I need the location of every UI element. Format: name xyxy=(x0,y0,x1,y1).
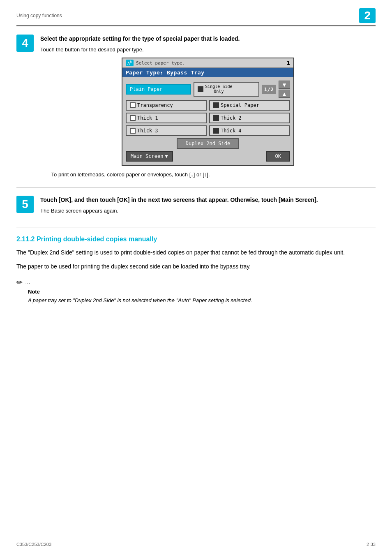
step-5-number: 5 xyxy=(16,196,34,213)
section-211-para2: The paper to be used for printing the du… xyxy=(16,262,376,271)
main-screen-label: Main Screen xyxy=(131,153,163,159)
footer-right: 2-33 xyxy=(367,542,376,547)
header-right: 2 xyxy=(359,8,376,23)
section-211-para1: The "Duplex 2nd Side" setting is used to… xyxy=(16,248,376,257)
step-5-content: Touch [OK], and then touch [OK] in the n… xyxy=(40,196,376,219)
thick1-label: Thick 1 xyxy=(137,115,158,121)
plain-paper-btn[interactable]: Plain Paper xyxy=(126,84,191,95)
thick3-label: Thick 3 xyxy=(137,128,158,134)
nav-up-btn[interactable]: ▲ xyxy=(279,90,290,98)
machine-title-num: 1 xyxy=(287,60,290,66)
page-header: Using copy functions 2 xyxy=(16,8,376,26)
special-paper-btn[interactable]: Special Paper xyxy=(209,100,290,111)
thick2-btn[interactable]: Thick 2 xyxy=(209,113,290,123)
machine-ui-panel: Ab Select paper type. 1 Paper Type: Bypa… xyxy=(122,58,294,166)
special-paper-checkbox xyxy=(213,102,219,108)
step-5-main-text: Touch [OK], and then touch [OK] in the n… xyxy=(40,196,376,204)
section-divider xyxy=(16,227,376,227)
thick4-checkbox xyxy=(213,128,219,134)
transparency-label: Transparency xyxy=(137,102,173,108)
single-side-label-line1: Single Side xyxy=(205,84,232,89)
note-label: Note xyxy=(28,289,376,295)
machine-nav-btns: ▼ ▲ xyxy=(279,81,290,98)
thick4-label: Thick 4 xyxy=(221,128,242,134)
special-paper-label: Special Paper xyxy=(221,102,259,108)
note-icon-row: ✏ … xyxy=(16,278,376,287)
machine-paper-type-bar: Paper Type: Bypass Tray xyxy=(122,68,293,77)
machine-row-1: Plain Paper Single Side Only 1/2 ▼ xyxy=(126,81,290,98)
header-section-title: Using copy functions xyxy=(16,13,62,18)
single-side-btn[interactable]: Single Side Only xyxy=(194,82,259,97)
note-block: ✏ … Note A paper tray set to "Duplex 2nd… xyxy=(16,278,376,305)
main-screen-btn[interactable]: Main Screen ▼ xyxy=(126,151,173,162)
machine-duplex-row: Duplex 2nd Side xyxy=(126,138,290,149)
machine-footer-row: Main Screen ▼ OK xyxy=(126,151,290,162)
step4-bullet-note: – To print on letterheads, colored paper… xyxy=(40,171,376,179)
note-pencil-icon: ✏ xyxy=(16,278,23,287)
step-divider xyxy=(16,187,376,187)
plain-paper-label: Plain Paper xyxy=(130,86,162,92)
note-text: A paper tray set to "Duplex 2nd Side" is… xyxy=(28,296,376,305)
page-footer: C353/C253/C203 2-33 xyxy=(16,542,376,547)
thick2-label: Thick 2 xyxy=(221,115,242,121)
step-4-block: 4 Select the appropriate setting for the… xyxy=(16,35,376,179)
step-5-block: 5 Touch [OK], and then touch [OK] in the… xyxy=(16,196,376,219)
machine-row-3: Thick 1 Thick 2 xyxy=(126,113,290,123)
footer-left: C353/C253/C203 xyxy=(16,542,51,547)
single-side-label-line2: Only xyxy=(205,89,232,94)
step-4-number: 4 xyxy=(16,35,34,52)
nav-down-btn[interactable]: ▼ xyxy=(279,81,290,89)
machine-title-icon: Ab xyxy=(126,60,134,66)
step-4-content: Select the appropriate setting for the t… xyxy=(40,35,376,179)
thick1-btn[interactable]: Thick 1 xyxy=(126,113,207,123)
main-screen-arrow: ▼ xyxy=(165,153,168,159)
transparency-btn[interactable]: Transparency xyxy=(126,100,207,111)
thick2-checkbox xyxy=(213,115,219,121)
section-211-heading: 2.11.2 Printing double-sided copies manu… xyxy=(16,236,376,243)
thick3-btn[interactable]: Thick 3 xyxy=(126,125,207,136)
ok-btn[interactable]: OK xyxy=(266,151,290,162)
chapter-number: 2 xyxy=(359,8,376,23)
single-side-label: Single Side Only xyxy=(205,84,232,94)
machine-row-4: Thick 3 Thick 4 xyxy=(126,125,290,136)
machine-body: Plain Paper Single Side Only 1/2 ▼ xyxy=(122,77,293,165)
machine-title-text: Select paper type. xyxy=(136,60,185,66)
note-ellipsis: … xyxy=(25,279,30,285)
machine-title-bar: Ab Select paper type. 1 xyxy=(122,58,293,68)
step-4-main-text: Select the appropriate setting for the t… xyxy=(40,35,376,43)
single-side-checkbox xyxy=(198,86,203,92)
section-211: 2.11.2 Printing double-sided copies manu… xyxy=(16,236,376,304)
step-4-sub-text: Touch the button for the desired paper t… xyxy=(40,46,376,53)
thick3-checkbox xyxy=(130,128,136,134)
transparency-checkbox xyxy=(130,102,136,108)
thick1-checkbox xyxy=(130,115,136,121)
machine-title-left: Ab Select paper type. xyxy=(126,60,185,66)
machine-counter: 1/2 xyxy=(262,85,276,94)
step-5-sub-text: The Basic screen appears again. xyxy=(40,208,376,214)
thick4-btn[interactable]: Thick 4 xyxy=(209,125,290,136)
machine-row-2: Transparency Special Paper xyxy=(126,100,290,111)
duplex-btn[interactable]: Duplex 2nd Side xyxy=(177,138,239,149)
